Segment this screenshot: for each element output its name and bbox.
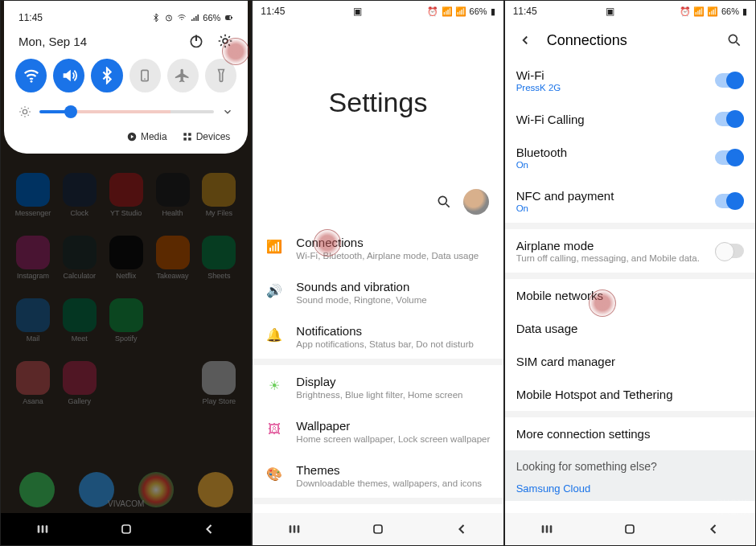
- qs-wifi-toggle[interactable]: [15, 59, 47, 92]
- bell-icon: 🔔: [265, 326, 283, 343]
- back-icon[interactable]: [518, 33, 532, 47]
- brightness-slider[interactable]: [39, 110, 214, 113]
- qs-sound-toggle[interactable]: [53, 59, 84, 92]
- svg-point-20: [729, 35, 737, 43]
- settings-list: 📶ConnectionsWi-Fi, Bluetooth, Airplane m…: [253, 226, 503, 537]
- conn-item-mobile-networks[interactable]: Mobile networks: [505, 279, 755, 312]
- svg-point-9: [144, 78, 146, 80]
- conn-item-wi-fi[interactable]: Wi-FiPressK 2G: [505, 59, 755, 102]
- qs-toggles: [10, 57, 241, 94]
- display-icon: ☀: [265, 376, 283, 394]
- svg-rect-16: [122, 525, 130, 533]
- nav-back-icon[interactable]: [705, 521, 721, 537]
- qs-devices-button[interactable]: Devices: [182, 131, 231, 142]
- qs-rotate-toggle[interactable]: [129, 59, 161, 92]
- settings-panel: 11:45 ▣ ⏰ 📶 📶 66% ▮ Settings 📶Connection…: [252, 0, 503, 546]
- app-spotify[interactable]: Spotify: [105, 298, 147, 355]
- conn-item-sim-card-manager[interactable]: SIM card manager: [505, 345, 755, 378]
- status-right: 66%: [151, 13, 233, 23]
- connections-panel: 11:45 ▣ ⏰ 📶 📶 66% ▮ Connections Wi-FiPre…: [504, 0, 756, 546]
- settings-item-themes[interactable]: 🎨ThemesDownloadable themes, wallpapers, …: [253, 454, 503, 498]
- qs-media-button[interactable]: Media: [126, 131, 167, 142]
- app-takeaway[interactable]: Takeaway: [152, 236, 194, 292]
- conn-item-data-usage[interactable]: Data usage: [505, 312, 755, 345]
- settings-item-connections[interactable]: 📶ConnectionsWi-Fi, Bluetooth, Airplane m…: [253, 226, 503, 270]
- settings-title: Settings: [253, 22, 503, 183]
- screenshot-indicator-icon: ▣: [353, 6, 362, 17]
- svg-rect-13: [188, 133, 191, 136]
- screenshot-indicator-icon: ▣: [606, 6, 614, 17]
- wifi-status-icon: [177, 13, 187, 23]
- gear-icon[interactable]: [217, 33, 233, 49]
- alarm-status-icon: [164, 13, 174, 23]
- app-gallery[interactable]: Gallery: [59, 361, 101, 417]
- app-play-store[interactable]: Play Store: [198, 361, 240, 417]
- sound-icon: 🔊: [265, 281, 283, 299]
- profile-avatar[interactable]: [463, 189, 489, 215]
- app-mail[interactable]: Mail: [12, 298, 54, 355]
- toggle-nfc-and-payment[interactable]: [715, 194, 744, 208]
- status-time: 11:45: [18, 12, 43, 23]
- svg-line-18: [446, 204, 449, 207]
- qs-airplane-toggle[interactable]: [167, 59, 199, 92]
- search-icon[interactable]: [726, 32, 742, 48]
- app-health[interactable]: Health: [152, 173, 194, 229]
- settings-item-notifications[interactable]: 🔔NotificationsApp notifications, Status …: [253, 314, 503, 359]
- app-instagram[interactable]: Instagram: [12, 236, 54, 292]
- app-yt-studio[interactable]: YT Studio: [105, 173, 147, 229]
- svg-rect-15: [188, 138, 191, 141]
- app-sheets[interactable]: Sheets: [198, 236, 240, 292]
- nav-home-icon[interactable]: [370, 521, 386, 537]
- toggle-bluetooth[interactable]: [715, 150, 744, 165]
- home-app-grid: MessengerClockYT StudioHealthMy FilesIns…: [1, 162, 251, 513]
- status-bar: 11:45 66%: [10, 7, 241, 28]
- settings-item-display[interactable]: ☀DisplayBrightness, Blue light filter, H…: [253, 365, 503, 409]
- bluetooth-status-icon: [151, 13, 161, 23]
- conn-item-more-connection-settings[interactable]: More connection settings: [505, 417, 755, 450]
- search-icon[interactable]: [436, 194, 452, 210]
- nav-bar: [505, 513, 755, 545]
- app-messenger[interactable]: Messenger: [12, 173, 54, 229]
- conn-item-mobile-hotspot-and-tethering[interactable]: Mobile Hotspot and Tethering: [505, 378, 755, 411]
- svg-rect-3: [232, 17, 232, 18]
- qs-bluetooth-toggle[interactable]: [91, 59, 122, 92]
- status-bar: 11:45 ▣ ⏰ 📶 📶 66% ▮: [505, 1, 755, 22]
- nav-back-icon[interactable]: [201, 521, 217, 537]
- nav-home-icon[interactable]: [118, 521, 134, 537]
- app-meet[interactable]: Meet: [59, 298, 101, 355]
- app-netflix[interactable]: Netflix: [105, 236, 147, 292]
- nav-recents-icon[interactable]: [539, 521, 555, 537]
- nav-home-icon[interactable]: [622, 521, 638, 537]
- nav-recents-icon[interactable]: [35, 521, 51, 537]
- chevron-down-icon[interactable]: [222, 106, 233, 117]
- conn-item-wi-fi-calling[interactable]: Wi-Fi Calling: [505, 102, 755, 136]
- app-asana[interactable]: Asana: [12, 361, 54, 417]
- wallpaper-icon: 🖼: [265, 421, 283, 438]
- app-empty: [152, 361, 194, 417]
- conn-item-nfc-and-payment[interactable]: NFC and paymentOn: [505, 179, 755, 223]
- conn-item-airplane-mode[interactable]: Airplane modeTurn off calling, messaging…: [505, 229, 755, 273]
- qs-flashlight-toggle[interactable]: [205, 59, 236, 92]
- settings-item-wallpaper[interactable]: 🖼WallpaperHome screen wallpaper, Lock sc…: [253, 409, 503, 454]
- svg-line-21: [736, 43, 739, 46]
- toggle-wi-fi-calling[interactable]: [715, 112, 744, 126]
- svg-rect-22: [626, 525, 634, 533]
- power-icon[interactable]: [188, 33, 204, 49]
- toggle-wi-fi[interactable]: [715, 73, 744, 88]
- app-my-files[interactable]: My Files: [198, 173, 240, 229]
- svg-rect-2: [226, 16, 230, 19]
- app-calculator[interactable]: Calculator: [59, 236, 101, 292]
- toggle-airplane-mode[interactable]: [715, 244, 744, 258]
- conn-item-bluetooth[interactable]: BluetoothOn: [505, 136, 755, 179]
- app-clock[interactable]: Clock: [59, 173, 101, 229]
- connections-list: Wi-FiPressK 2GWi-Fi CallingBluetoothOnNF…: [505, 59, 755, 450]
- nav-recents-icon[interactable]: [286, 521, 302, 537]
- settings-item-sounds-and-vibration[interactable]: 🔊Sounds and vibrationSound mode, Rington…: [253, 270, 503, 314]
- battery-status-icon: [224, 13, 233, 23]
- themes-icon: 🎨: [265, 465, 283, 482]
- wifi-icon: 📶: [265, 237, 283, 255]
- svg-point-7: [30, 80, 32, 83]
- watermark: PHONEARENA: [717, 499, 750, 516]
- nav-back-icon[interactable]: [454, 521, 470, 537]
- signal-status-icon: [190, 13, 199, 23]
